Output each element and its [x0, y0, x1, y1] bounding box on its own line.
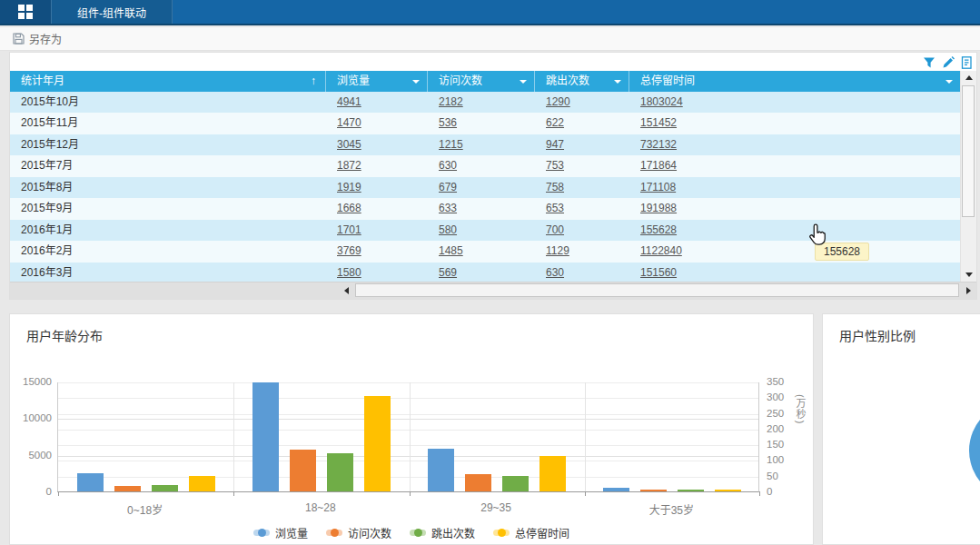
- cell-value-link[interactable]: 653: [546, 202, 564, 214]
- bar-访问次数[interactable]: [290, 450, 316, 491]
- bar-跳出次数[interactable]: [678, 490, 704, 491]
- x-axis-tick: [58, 491, 59, 496]
- scroll-down-button[interactable]: [961, 268, 976, 282]
- table-header-cell[interactable]: 总停留时间: [629, 71, 960, 92]
- bar-总停留时间[interactable]: [539, 456, 566, 491]
- export-document-icon[interactable]: [961, 56, 974, 69]
- scroll-up-button[interactable]: [961, 71, 976, 84]
- cell-value-link[interactable]: 4941: [337, 95, 361, 108]
- scroll-left-button[interactable]: [339, 282, 353, 299]
- edit-pencil-icon[interactable]: [942, 56, 955, 69]
- cell-value-link[interactable]: 191988: [640, 202, 677, 214]
- table-header-cell[interactable]: 访问次数: [428, 71, 535, 92]
- bar-访问次数[interactable]: [640, 490, 667, 491]
- category-separator: [585, 382, 586, 491]
- cell-value-link[interactable]: 171864: [640, 159, 677, 172]
- cell-value-link[interactable]: 1668: [337, 202, 361, 214]
- bar-访问次数[interactable]: [465, 474, 491, 491]
- cell-value-link[interactable]: 171108: [640, 181, 676, 193]
- table-header-cell[interactable]: 统计年月↑: [10, 71, 326, 92]
- save-as-button[interactable]: 另存为: [29, 31, 62, 46]
- cell-value-link[interactable]: 700: [546, 223, 564, 236]
- cell-value-link[interactable]: 155628: [640, 223, 677, 236]
- table-cell: 1701: [326, 220, 428, 241]
- bar-访问次数[interactable]: [114, 486, 141, 491]
- grid-menu-icon: [18, 5, 33, 19]
- cell-value-link[interactable]: 1122840: [640, 244, 682, 257]
- cell-value-link[interactable]: 1290: [546, 95, 570, 108]
- scroll-right-button[interactable]: [961, 282, 975, 299]
- bar-总停留时间[interactable]: [189, 476, 215, 491]
- bar-跳出次数[interactable]: [327, 453, 353, 491]
- gender-chart-title: 用户性别比例: [839, 326, 916, 344]
- filter-icon[interactable]: [923, 56, 935, 69]
- cell-value-link[interactable]: 947: [546, 138, 564, 151]
- table-cell: 4941: [326, 92, 428, 113]
- table-cell: 2016年2月: [10, 241, 326, 262]
- bar-浏览量[interactable]: [252, 382, 279, 491]
- table-cell: 1872: [326, 155, 428, 176]
- bar-总停留时间[interactable]: [715, 490, 741, 491]
- column-dropdown-icon[interactable]: [614, 80, 621, 84]
- cell-value-link[interactable]: 1215: [439, 138, 463, 151]
- cell-value-link[interactable]: 151560: [640, 266, 677, 279]
- bar-浏览量[interactable]: [77, 473, 104, 491]
- cell-value-link[interactable]: 2182: [439, 95, 463, 108]
- left-axis-tick: 5000: [12, 450, 52, 461]
- cell-value-link[interactable]: 536: [439, 116, 457, 129]
- cell-value-link[interactable]: 3769: [337, 244, 361, 257]
- column-label: 浏览量: [337, 74, 370, 87]
- age-chart-title: 用户年龄分布: [26, 326, 103, 344]
- cell-value-link[interactable]: 1919: [337, 181, 361, 193]
- gridline: [58, 414, 758, 415]
- cell-value-link[interactable]: 569: [439, 266, 457, 279]
- vertical-scroll-thumb[interactable]: [962, 85, 975, 217]
- legend-item[interactable]: 总停留时间: [493, 525, 569, 540]
- cell-value-link[interactable]: 1803024: [640, 95, 683, 108]
- cell-value-link[interactable]: 622: [546, 116, 564, 129]
- cell-value-link[interactable]: 633: [439, 202, 457, 214]
- cell-value-link[interactable]: 1470: [337, 116, 361, 129]
- cell-value-link[interactable]: 1485: [439, 244, 463, 257]
- bar-总停留时间[interactable]: [364, 396, 391, 491]
- cell-value-link[interactable]: 580: [439, 223, 457, 236]
- horizontal-scrollbar[interactable]: [10, 282, 976, 299]
- vertical-scrollbar[interactable]: [960, 71, 976, 282]
- cell-value-link[interactable]: 151452: [640, 116, 677, 129]
- bar-跳出次数[interactable]: [502, 476, 529, 491]
- bar-浏览量[interactable]: [428, 449, 454, 491]
- column-dropdown-icon[interactable]: [520, 80, 527, 84]
- cell-value-link[interactable]: 3045: [337, 138, 361, 151]
- column-dropdown-icon[interactable]: [945, 80, 953, 84]
- cell-value-link[interactable]: 679: [439, 181, 457, 193]
- legend-item[interactable]: 访问次数: [326, 525, 391, 540]
- bar-浏览量[interactable]: [603, 488, 629, 491]
- chart-legend: 浏览量访问次数跳出次数总停留时间: [10, 525, 813, 540]
- cell-value-link[interactable]: 630: [546, 266, 564, 279]
- cell-value-link[interactable]: 753: [546, 159, 564, 172]
- legend-item[interactable]: 跳出次数: [410, 525, 475, 540]
- table-header-cell[interactable]: 浏览量: [326, 71, 428, 92]
- x-axis-label: 0~18岁: [57, 501, 233, 517]
- tab-active[interactable]: 组件-组件联动: [51, 0, 173, 24]
- app-menu-button[interactable]: [0, 0, 51, 24]
- cell-value-link[interactable]: 732132: [640, 138, 677, 151]
- cell-value-link[interactable]: 630: [439, 159, 457, 172]
- right-axis-tick: 0: [767, 486, 797, 497]
- triangle-right-icon: [966, 287, 971, 294]
- pie-slice[interactable]: [969, 401, 980, 500]
- cell-value-link[interactable]: 1580: [337, 266, 361, 279]
- horizontal-scroll-thumb[interactable]: [355, 283, 959, 297]
- cell-value-link[interactable]: 1701: [337, 223, 361, 236]
- column-dropdown-icon[interactable]: [412, 80, 420, 84]
- table-header-cell[interactable]: 跳出次数: [535, 71, 629, 92]
- cell-value-link[interactable]: 758: [546, 181, 564, 193]
- table-cell: 630: [428, 155, 535, 176]
- legend-item[interactable]: 浏览量: [253, 525, 308, 540]
- cell-value-link[interactable]: 1129: [546, 244, 569, 257]
- cell-value-link[interactable]: 1872: [337, 159, 361, 172]
- table-cell: 171864: [629, 155, 960, 176]
- bar-跳出次数[interactable]: [152, 485, 178, 491]
- table-cell: 622: [535, 113, 629, 134]
- column-label: 统计年月: [21, 74, 64, 87]
